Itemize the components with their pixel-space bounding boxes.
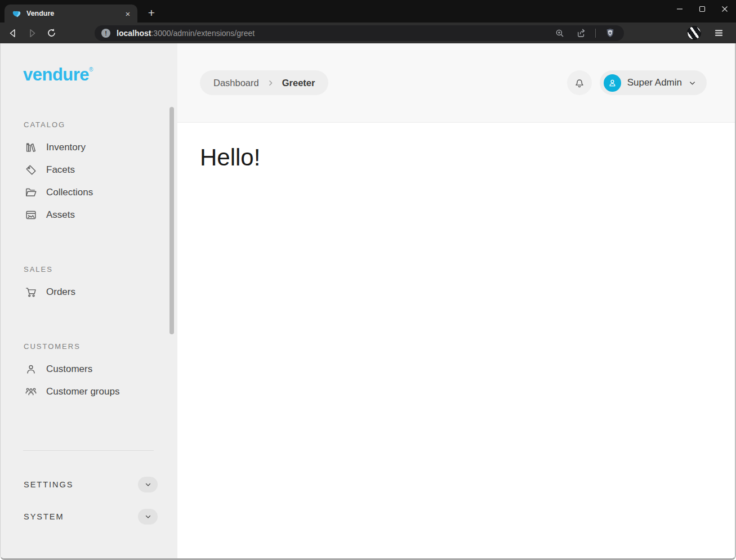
- tag-icon: [25, 164, 37, 176]
- system-expand-button[interactable]: [138, 509, 158, 525]
- page-title: Hello!: [200, 144, 712, 171]
- vendure-logo-text: vendure: [23, 66, 89, 83]
- chevron-down-icon: [144, 513, 152, 521]
- section-label-sales: SALES: [24, 265, 177, 274]
- user-menu[interactable]: Super Admin: [600, 70, 707, 95]
- user-avatar-icon: [607, 78, 618, 88]
- menu-icon[interactable]: [711, 26, 726, 41]
- extension-content: Hello!: [177, 123, 735, 558]
- users-icon: [25, 386, 37, 398]
- address-bar[interactable]: ! localhost:3000/admin/extensions/greet: [95, 25, 624, 41]
- sidebar-section-settings[interactable]: SETTINGS: [24, 477, 158, 492]
- vendure-logo-reg: ®: [89, 66, 93, 73]
- tab-title: Vendure: [26, 10, 123, 17]
- library-icon: [25, 141, 37, 154]
- sidebar-divider: [23, 450, 154, 451]
- sidebar-item-label: Orders: [46, 286, 75, 298]
- section-label-catalog: CATALOG: [24, 120, 177, 129]
- chevron-down-icon: [688, 79, 697, 87]
- header-actions: Super Admin: [567, 70, 707, 95]
- system-label: SYSTEM: [24, 512, 64, 521]
- settings-expand-button[interactable]: [138, 477, 158, 492]
- sidebar-item-inventory[interactable]: Inventory: [1, 136, 177, 159]
- sidebar-item-label: Facets: [46, 164, 75, 176]
- nav-section-customers: CUSTOMERS Customers: [1, 342, 177, 403]
- section-label-customers: CUSTOMERS: [24, 342, 177, 351]
- sidebar-item-label: Customer groups: [46, 386, 119, 397]
- url-path: :3000/admin/extensions/greet: [151, 29, 255, 38]
- sidebar: vendure ® CATALOG Inventory: [1, 43, 177, 558]
- url-text[interactable]: localhost:3000/admin/extensions/greet: [117, 29, 552, 38]
- vendure-logo[interactable]: vendure ®: [23, 66, 177, 83]
- sidebar-item-label: Inventory: [46, 142, 86, 153]
- nav-section-sales: SALES Orders: [1, 265, 177, 303]
- sidebar-item-customers[interactable]: Customers: [1, 358, 177, 380]
- new-tab-button[interactable]: +: [144, 6, 159, 20]
- folder-icon: [25, 186, 37, 199]
- browser-profile-avatar[interactable]: [687, 26, 701, 40]
- address-bar-actions: [552, 26, 617, 41]
- sidebar-item-label: Assets: [46, 209, 75, 221]
- sales-items: Orders: [1, 281, 177, 303]
- user-icon: [25, 363, 37, 375]
- browser-tab[interactable]: Vendure ×: [5, 5, 137, 23]
- maximize-button[interactable]: [691, 0, 713, 18]
- sidebar-item-collections[interactable]: Collections: [1, 181, 177, 204]
- share-icon[interactable]: [574, 26, 588, 41]
- sidebar-section-system[interactable]: SYSTEM: [24, 509, 158, 525]
- settings-label: SETTINGS: [24, 480, 74, 489]
- brave-shield-icon[interactable]: [603, 26, 617, 41]
- breadcrumb-dashboard-link[interactable]: Dashboard: [213, 78, 259, 88]
- chevron-down-icon: [144, 481, 152, 489]
- nav-section-catalog: CATALOG Inventory: [1, 120, 177, 226]
- breadcrumb-current: Greeter: [282, 78, 315, 88]
- vendure-favicon-icon: [12, 9, 21, 19]
- tab-strip: Vendure × +: [0, 0, 736, 23]
- main-header: Dashboard Greeter: [177, 43, 735, 123]
- customers-items: Customers Customer groups: [1, 358, 177, 403]
- minimize-button[interactable]: [668, 0, 691, 18]
- bell-icon: [573, 77, 586, 89]
- close-window-button[interactable]: [713, 0, 736, 18]
- site-info-icon[interactable]: !: [101, 29, 110, 38]
- sidebar-item-label: Customers: [46, 364, 92, 375]
- nav-buttons: [6, 26, 59, 41]
- sidebar-item-facets[interactable]: Facets: [1, 159, 177, 181]
- sidebar-item-orders[interactable]: Orders: [1, 281, 177, 303]
- user-name: Super Admin: [627, 77, 682, 88]
- address-bar-separator: [595, 29, 596, 38]
- catalog-items: Inventory Facets: [1, 136, 177, 226]
- forward-button[interactable]: [25, 26, 39, 41]
- zoom-icon[interactable]: [552, 26, 567, 41]
- reload-button[interactable]: [44, 26, 59, 41]
- main-area: Dashboard Greeter: [177, 43, 735, 558]
- notifications-button[interactable]: [567, 70, 592, 95]
- url-host: localhost: [117, 29, 151, 38]
- sidebar-item-label: Collections: [46, 187, 93, 198]
- breadcrumb: Dashboard Greeter: [200, 70, 328, 95]
- tab-close-icon[interactable]: ×: [123, 8, 133, 19]
- toolbar-right: [687, 26, 726, 41]
- back-button[interactable]: [6, 26, 20, 41]
- cart-icon: [25, 286, 37, 298]
- browser-toolbar: ! localhost:3000/admin/extensions/greet: [0, 23, 736, 43]
- image-icon: [25, 209, 37, 221]
- browser-window: Vendure × +: [0, 0, 736, 560]
- window-controls: [668, 0, 736, 18]
- sidebar-item-assets[interactable]: Assets: [1, 204, 177, 226]
- sidebar-scrollbar-thumb[interactable]: [169, 107, 174, 334]
- page-viewport: vendure ® CATALOG Inventory: [0, 43, 736, 560]
- sidebar-item-customer-groups[interactable]: Customer groups: [1, 380, 177, 403]
- user-avatar: [604, 74, 621, 92]
- chevron-right-icon: [267, 79, 274, 87]
